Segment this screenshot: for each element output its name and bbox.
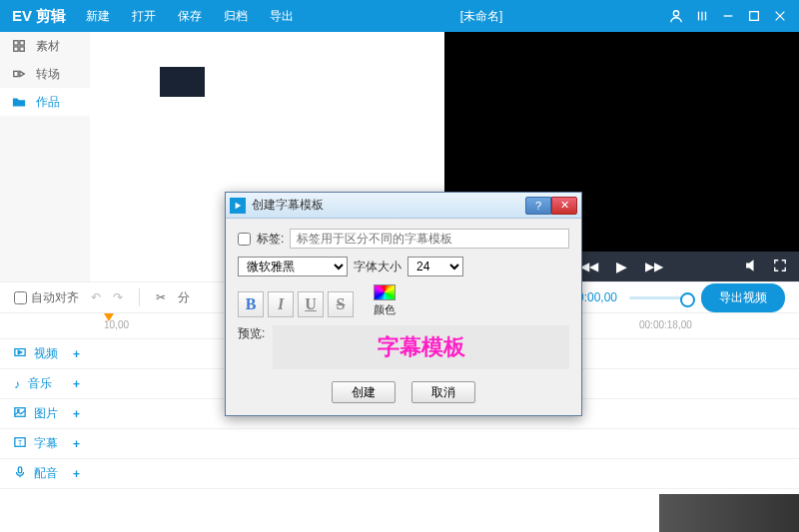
clip-thumbnail[interactable] bbox=[160, 67, 205, 97]
auto-align-label: 自动对齐 bbox=[31, 289, 79, 306]
track-header[interactable]: ♪ 音乐 + bbox=[0, 375, 90, 392]
track-body[interactable] bbox=[90, 459, 799, 488]
maximize-icon[interactable] bbox=[747, 9, 761, 23]
footer-gradient bbox=[659, 494, 799, 532]
svg-rect-18 bbox=[18, 467, 21, 473]
undo-icon[interactable]: ↶ bbox=[91, 290, 101, 304]
tag-label: 标签: bbox=[257, 231, 284, 248]
main-menu: 新建 打开 保存 归档 导出 bbox=[86, 8, 294, 25]
fullscreen-icon[interactable] bbox=[773, 259, 787, 275]
font-size-select[interactable]: 24 bbox=[407, 257, 463, 276]
music-icon: ♪ bbox=[14, 377, 20, 391]
underline-button[interactable]: U bbox=[298, 291, 324, 317]
svg-rect-5 bbox=[750, 12, 759, 21]
close-icon[interactable] bbox=[773, 9, 787, 23]
app-title: EV 剪辑 bbox=[12, 7, 66, 26]
divider bbox=[139, 288, 140, 306]
svg-point-15 bbox=[17, 409, 19, 411]
rewind-icon[interactable]: ◀◀ bbox=[580, 260, 598, 273]
mic-icon bbox=[14, 466, 26, 481]
play-icon[interactable]: ▶ bbox=[616, 259, 627, 274]
preview-label: 预览: bbox=[238, 325, 265, 369]
tag-checkbox[interactable] bbox=[238, 233, 251, 246]
track-body[interactable] bbox=[90, 429, 799, 458]
tag-input[interactable] bbox=[290, 229, 569, 249]
track-label: 图片 bbox=[34, 405, 58, 422]
redo-icon[interactable]: ↷ bbox=[113, 290, 123, 304]
image-icon bbox=[14, 406, 26, 421]
color-label: 颜色 bbox=[374, 302, 396, 317]
dialog-body: 标签: 微软雅黑 字体大小 24 B I U S 颜色 预览: 字幕模板 bbox=[226, 219, 581, 415]
svg-rect-8 bbox=[14, 41, 18, 45]
forward-icon[interactable]: ▶▶ bbox=[645, 260, 663, 273]
settings-icon[interactable] bbox=[695, 9, 709, 23]
strikethrough-button[interactable]: S bbox=[328, 291, 354, 317]
track-subtitle: T 字幕 + bbox=[0, 429, 799, 459]
export-video-button[interactable]: 导出视频 bbox=[701, 283, 785, 312]
dialog-titlebar[interactable]: 创建字幕模板 ? ✕ bbox=[226, 193, 581, 219]
bold-button[interactable]: B bbox=[238, 291, 264, 317]
track-header[interactable]: 图片 + bbox=[0, 405, 90, 422]
svg-rect-12 bbox=[14, 71, 18, 76]
sidebar-item-label: 转场 bbox=[36, 66, 60, 83]
add-track-icon[interactable]: + bbox=[73, 407, 80, 421]
svg-rect-10 bbox=[14, 47, 18, 51]
dialog-close-icon[interactable]: ✕ bbox=[551, 197, 577, 215]
folder-icon bbox=[12, 95, 26, 109]
color-picker[interactable] bbox=[374, 284, 396, 300]
add-track-icon[interactable]: + bbox=[73, 347, 80, 361]
zoom-slider[interactable] bbox=[629, 296, 689, 299]
sidebar-item-label: 作品 bbox=[36, 94, 60, 111]
sidebar-item-transition[interactable]: 转场 bbox=[0, 60, 90, 88]
track-label: 字幕 bbox=[34, 435, 58, 452]
menu-save[interactable]: 保存 bbox=[178, 8, 202, 25]
text-icon: T bbox=[14, 436, 26, 451]
subtitle-preview: 字幕模板 bbox=[273, 325, 569, 369]
dialog-help-icon[interactable]: ? bbox=[525, 197, 551, 215]
track-header[interactable]: T 字幕 + bbox=[0, 435, 90, 452]
svg-text:T: T bbox=[18, 439, 23, 446]
sidebar-item-works[interactable]: 作品 bbox=[0, 88, 90, 116]
minimize-icon[interactable] bbox=[721, 9, 735, 23]
play-icon bbox=[230, 198, 246, 214]
auto-align-input[interactable] bbox=[14, 291, 27, 304]
add-track-icon[interactable]: + bbox=[73, 377, 80, 391]
svg-rect-11 bbox=[20, 47, 24, 51]
transition-icon bbox=[12, 67, 26, 81]
svg-rect-9 bbox=[20, 41, 24, 45]
create-subtitle-template-dialog: 创建字幕模板 ? ✕ 标签: 微软雅黑 字体大小 24 B I U S bbox=[225, 192, 582, 416]
sidebar-item-label: 素材 bbox=[36, 38, 60, 55]
add-track-icon[interactable]: + bbox=[73, 467, 80, 481]
menu-export[interactable]: 导出 bbox=[270, 8, 294, 25]
menu-archive[interactable]: 归档 bbox=[224, 8, 248, 25]
font-select[interactable]: 微软雅黑 bbox=[238, 257, 348, 276]
preview-text: 字幕模板 bbox=[378, 332, 465, 362]
menu-new[interactable]: 新建 bbox=[86, 8, 110, 25]
volume-icon[interactable] bbox=[745, 259, 759, 275]
user-icon[interactable] bbox=[669, 9, 683, 23]
track-voiceover: 配音 + bbox=[0, 459, 799, 489]
track-label: 配音 bbox=[34, 465, 58, 482]
sidebar-item-material[interactable]: 素材 bbox=[0, 32, 90, 60]
font-size-label: 字体大小 bbox=[354, 259, 401, 275]
split-label[interactable]: 分 bbox=[178, 289, 190, 306]
grid-icon bbox=[12, 39, 26, 53]
track-header[interactable]: 视频 + bbox=[0, 345, 90, 362]
sidebar: 素材 转场 作品 bbox=[0, 32, 90, 281]
svg-point-0 bbox=[673, 11, 678, 16]
add-track-icon[interactable]: + bbox=[73, 437, 80, 451]
create-button[interactable]: 创建 bbox=[332, 381, 396, 403]
playhead[interactable] bbox=[104, 313, 114, 323]
video-icon bbox=[14, 346, 26, 361]
dialog-title: 创建字幕模板 bbox=[252, 197, 324, 214]
italic-button[interactable]: I bbox=[268, 291, 294, 317]
auto-align-checkbox[interactable]: 自动对齐 bbox=[14, 289, 79, 306]
titlebar: EV 剪辑 新建 打开 保存 归档 导出 [未命名] bbox=[0, 0, 799, 32]
cut-icon[interactable]: ✂ bbox=[156, 290, 166, 304]
cancel-button[interactable]: 取消 bbox=[411, 381, 475, 403]
ruler-tick: 00:00:18,00 bbox=[639, 319, 692, 330]
track-label: 视频 bbox=[34, 345, 58, 362]
menu-open[interactable]: 打开 bbox=[132, 8, 156, 25]
track-header[interactable]: 配音 + bbox=[0, 465, 90, 482]
document-name: [未命名] bbox=[294, 8, 669, 25]
